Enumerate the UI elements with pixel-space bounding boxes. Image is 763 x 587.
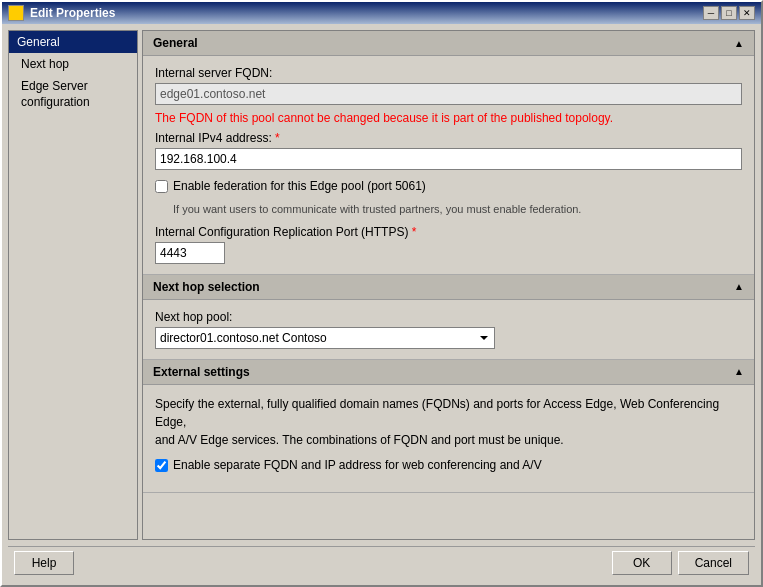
ipv4-input[interactable]: [155, 148, 742, 170]
fqdn-input[interactable]: [155, 83, 742, 105]
window-icon: [8, 5, 24, 21]
fqdn-note: The FQDN of this pool cannot be changed …: [155, 111, 742, 125]
edge-server-label: Edge Serverconfiguration: [21, 79, 90, 109]
sidebar-item-general[interactable]: General: [9, 31, 137, 53]
general-section-body: Internal server FQDN: The FQDN of this p…: [143, 56, 754, 274]
general-section: General ▲ Internal server FQDN: The FQDN…: [143, 31, 754, 275]
minimize-button[interactable]: ─: [703, 6, 719, 20]
general-collapse-arrow[interactable]: ▲: [734, 38, 744, 49]
replication-port-input[interactable]: [155, 242, 225, 264]
external-collapse-arrow[interactable]: ▲: [734, 366, 744, 377]
next-hop-section-body: Next hop pool: director01.contoso.net Co…: [143, 300, 754, 359]
external-section-header: External settings ▲: [143, 360, 754, 385]
external-section: External settings ▲ Specify the external…: [143, 360, 754, 493]
bottom-bar: Help OK Cancel: [8, 546, 755, 579]
external-section-body: Specify the external, fully qualified do…: [143, 385, 754, 492]
ipv4-label: Internal IPv4 address: *: [155, 131, 742, 145]
general-header-label: General: [153, 36, 198, 50]
next-hop-section-header: Next hop selection ▲: [143, 275, 754, 300]
federation-row: Enable federation for this Edge pool (po…: [155, 178, 742, 195]
next-hop-section: Next hop selection ▲ Next hop pool: dire…: [143, 275, 754, 360]
separate-fqdn-label: Enable separate FQDN and IP address for …: [173, 457, 542, 474]
replication-port-container: Internal Configuration Replication Port …: [155, 225, 742, 264]
ok-button[interactable]: OK: [612, 551, 672, 575]
separate-fqdn-row: Enable separate FQDN and IP address for …: [155, 457, 742, 474]
main-area: General Next hop Edge Serverconfiguratio…: [8, 30, 755, 540]
external-header-label: External settings: [153, 365, 250, 379]
edit-properties-window: Edit Properties ─ □ ✕ General Next hop E…: [0, 0, 763, 587]
help-button[interactable]: Help: [14, 551, 74, 575]
ipv4-required: *: [275, 131, 280, 145]
window-content: General Next hop Edge Serverconfiguratio…: [2, 24, 761, 585]
sidebar-item-next-hop[interactable]: Next hop: [9, 53, 137, 75]
action-buttons: OK Cancel: [612, 551, 749, 575]
content-area: General ▲ Internal server FQDN: The FQDN…: [142, 30, 755, 540]
next-hop-header-label: Next hop selection: [153, 280, 260, 294]
pool-dropdown[interactable]: director01.contoso.net Contoso: [155, 327, 495, 349]
external-description: Specify the external, fully qualified do…: [155, 395, 742, 449]
pool-select-row: director01.contoso.net Contoso: [155, 327, 742, 349]
general-section-header: General ▲: [143, 31, 754, 56]
window-title: Edit Properties: [30, 6, 115, 20]
federation-checkbox[interactable]: [155, 180, 168, 193]
sidebar-item-edge-server[interactable]: Edge Serverconfiguration: [9, 75, 137, 114]
separate-fqdn-checkbox[interactable]: [155, 459, 168, 472]
title-controls: ─ □ ✕: [703, 6, 755, 20]
federation-container: Enable federation for this Edge pool (po…: [155, 178, 742, 215]
fqdn-label: Internal server FQDN:: [155, 66, 742, 80]
replication-required: *: [412, 225, 417, 239]
title-bar-title: Edit Properties: [8, 5, 115, 21]
close-button[interactable]: ✕: [739, 6, 755, 20]
federation-sublabel: If you want users to communicate with tr…: [173, 203, 742, 215]
next-hop-collapse-arrow[interactable]: ▲: [734, 281, 744, 292]
replication-port-label: Internal Configuration Replication Port …: [155, 225, 742, 239]
cancel-button[interactable]: Cancel: [678, 551, 749, 575]
title-bar: Edit Properties ─ □ ✕: [2, 2, 761, 24]
maximize-button[interactable]: □: [721, 6, 737, 20]
pool-label: Next hop pool:: [155, 310, 742, 324]
sidebar: General Next hop Edge Serverconfiguratio…: [8, 30, 138, 540]
federation-label: Enable federation for this Edge pool (po…: [173, 178, 426, 195]
